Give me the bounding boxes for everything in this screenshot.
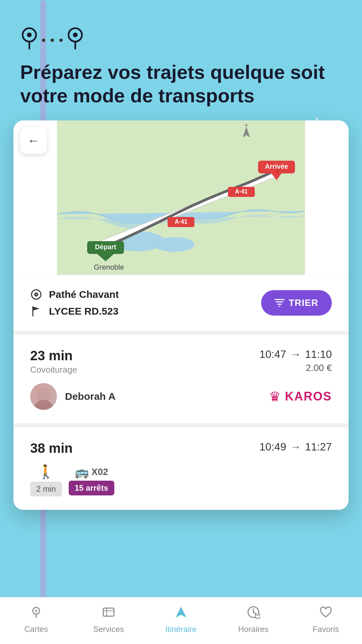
bottom-navigation: Cartes Services Itinéraire [0,597,362,644]
svg-point-1 [27,33,32,37]
bus-tag: 🚌 X02 15 arrêts [69,465,114,495]
pin-icon-1 [20,27,39,50]
journey-duration-1: 23 min [30,348,77,363]
svg-point-45 [253,611,254,613]
svg-point-48 [256,618,257,619]
journey-end-2: 11:27 [305,441,332,453]
svg-text:A·41: A·41 [235,188,248,195]
svg-point-36 [35,610,37,612]
svg-marker-41 [176,607,186,618]
journey-times-1: 10:47 → 11:10 2.00 € [259,348,332,373]
origin-point: Pathé Chavant [30,288,119,301]
journey-end-1: 11:10 [305,348,332,361]
bus-stops-badge: 15 arrêts [69,481,114,495]
karos-crown-icon: ♛ [269,389,281,404]
services-label: Services [93,625,124,634]
map-back-button[interactable]: ← [20,127,47,154]
map-card: ← A·41 [13,120,349,510]
destination-text: LYCEE RD.523 [49,306,118,317]
journey-times-2: 10:49 → 11:27 [259,441,332,453]
transport-tags: 🚶 2 min 🚌 X02 15 arrêts [30,464,332,496]
journey-card-covoiturage: 23 min Covoiturage 10:47 → 11:10 2.00 € [13,331,349,423]
route-info-section: Pathé Chavant LYCEE RD.523 [13,275,349,331]
destination-icon [30,305,42,317]
walk-icon: 🚶 [38,464,54,480]
journey-card-bus: 38 min 10:49 → 11:27 🚶 2 min [13,423,349,510]
map-view: A·41 A·41 Départ Grenoble Arrivée [13,120,349,275]
favoris-label: Favoris [313,625,339,634]
journey-duration-2: 38 min [30,441,73,456]
journey-start-2: 10:49 [259,441,286,453]
route-points: Pathé Chavant LYCEE RD.523 [30,288,119,317]
nav-item-services[interactable]: Services [85,605,132,634]
nav-item-favoris[interactable]: Favoris [302,605,349,634]
driver-avatar-face [30,383,57,410]
back-arrow-icon: ← [27,133,40,148]
origin-icon [30,288,42,301]
bus-line-name: X02 [92,467,108,477]
karos-text: KAROS [285,389,332,404]
driver-name: Deborah A [65,391,116,402]
walk-time: 2 min [30,482,62,496]
itineraire-icon [174,605,188,622]
svg-text:A·41: A·41 [175,218,187,225]
journey-start-1: 10:47 [259,348,286,361]
driver-info: Deborah A ♛ KAROS [30,383,332,410]
svg-text:Grenoble: Grenoble [94,263,124,271]
origin-text: Pathé Chavant [49,289,119,300]
walk-tag: 🚶 2 min [30,464,62,496]
services-icon [102,605,115,622]
header-pin-icons [20,27,342,50]
karos-logo: ♛ KAROS [269,389,332,404]
journey-price-1: 2.00 € [259,363,332,373]
journey-time-row-2: 10:49 → 11:27 [259,441,332,453]
nav-item-cartes[interactable]: Cartes [13,605,60,634]
journey-duration-section-2: 38 min [30,441,73,456]
svg-rect-38 [103,608,114,616]
trier-button[interactable]: TRIER [261,290,332,316]
svg-text:Départ: Départ [95,243,116,251]
page-title: Préparez vos trajets quelque soit votre … [20,60,342,107]
journey-header-1: 23 min Covoiturage 10:47 → 11:10 2.00 € [30,348,332,375]
trier-label: TRIER [289,298,318,308]
horaires-icon [247,605,260,622]
favoris-icon [319,605,333,622]
svg-point-26 [36,294,37,295]
horaires-label: Horaires [238,625,269,634]
cartes-label: Cartes [24,625,48,634]
cartes-icon [29,605,43,622]
svg-point-8 [154,237,194,252]
arrow-icon-1: → [290,348,301,361]
pin-icon-2 [66,27,84,50]
itineraire-label: Itinéraire [165,625,196,634]
svg-marker-28 [33,307,40,311]
nav-item-horaires[interactable]: Horaires [230,605,277,634]
driver-left: Deborah A [30,383,116,410]
bus-icon-wrap: 🚌 X02 [75,465,108,479]
svg-point-49 [258,618,260,619]
journey-time-row-1: 10:47 → 11:10 [259,348,332,361]
svg-point-34 [34,400,54,410]
svg-rect-46 [255,614,260,618]
nav-item-itineraire[interactable]: Itinéraire [158,605,204,634]
svg-text:Arrivée: Arrivée [265,163,288,170]
bus-icon: 🚌 [75,465,89,479]
journey-header-2: 38 min 10:49 → 11:27 [30,441,332,456]
journey-duration-section-1: 23 min Covoiturage [30,348,77,375]
driver-avatar [30,383,57,410]
destination-point: LYCEE RD.523 [30,305,119,317]
svg-point-4 [73,33,78,37]
arrow-icon-2: → [290,441,301,453]
journey-type-1: Covoiturage [30,365,77,375]
svg-text:▲: ▲ [244,122,249,127]
main-content: Préparez vos trajets quelque soit votre … [0,0,362,577]
